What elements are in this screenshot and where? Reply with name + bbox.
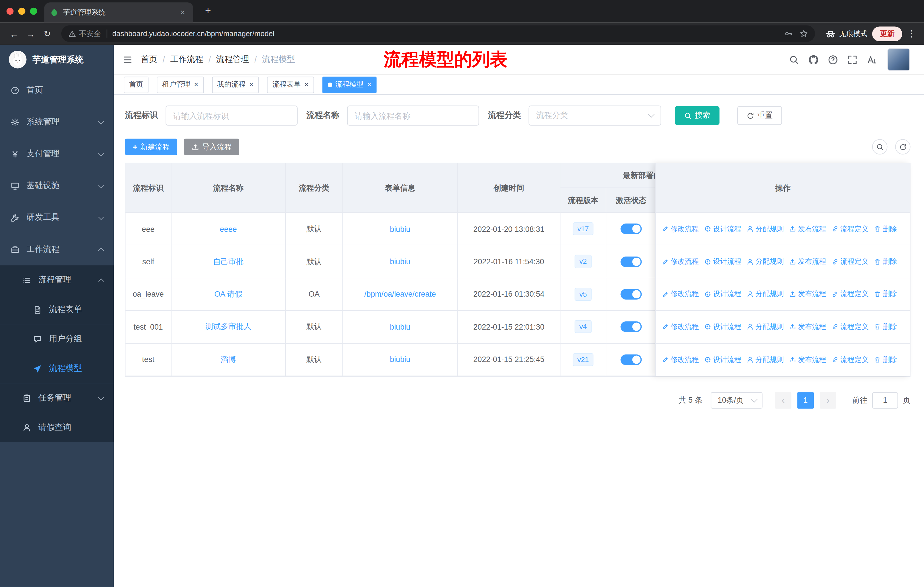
- traffic-light-minimize[interactable]: [18, 8, 25, 15]
- breadcrumb-item[interactable]: 首页: [141, 54, 158, 65]
- close-icon[interactable]: [367, 81, 371, 89]
- new-tab-button[interactable]: [201, 5, 216, 17]
- sidebar-item-leave-query[interactable]: 请假查询: [0, 413, 114, 442]
- process-definition-link[interactable]: 流程定义: [832, 322, 869, 332]
- status-toggle[interactable]: [620, 354, 642, 365]
- header-font-size-button[interactable]: [862, 55, 882, 64]
- sidebar-item-user-group[interactable]: 用户分组: [0, 324, 114, 354]
- status-toggle[interactable]: [620, 256, 642, 267]
- sidebar-item-workflow[interactable]: 工作流程: [0, 233, 114, 265]
- tag-process-form[interactable]: 流程表单: [267, 76, 314, 93]
- modify-process-link[interactable]: 修改流程: [662, 322, 699, 332]
- goto-page-input[interactable]: [872, 392, 898, 409]
- sidebar-item-devtools[interactable]: 研发工具: [0, 202, 114, 233]
- reset-button[interactable]: 重置: [737, 106, 782, 125]
- sidebar-item-process-model[interactable]: 流程模型: [0, 354, 114, 383]
- sidebar-item-process-mgmt[interactable]: 流程管理: [0, 265, 114, 295]
- modify-process-link[interactable]: 修改流程: [662, 289, 699, 299]
- status-toggle[interactable]: [620, 289, 642, 299]
- modify-process-link[interactable]: 修改流程: [662, 355, 699, 365]
- traffic-light-close[interactable]: [7, 8, 14, 15]
- close-icon[interactable]: [194, 81, 198, 89]
- process-id-input[interactable]: [165, 106, 298, 126]
- header-help-button[interactable]: [823, 55, 843, 64]
- browser-update-button[interactable]: 更新: [872, 26, 902, 41]
- process-name-link[interactable]: 自己审批: [213, 257, 244, 266]
- process-name-link[interactable]: 测试多审批人: [205, 322, 251, 331]
- tag-tenant-mgmt[interactable]: 租户管理: [157, 76, 204, 93]
- form-info-link[interactable]: biubiu: [390, 355, 410, 364]
- bookmark-star-icon[interactable]: [800, 30, 808, 38]
- sidebar-item-payment[interactable]: 支付管理: [0, 138, 114, 170]
- import-process-button[interactable]: 导入流程: [184, 139, 239, 155]
- status-toggle[interactable]: [620, 223, 642, 234]
- browser-menu-icon[interactable]: [907, 28, 916, 39]
- form-info-link[interactable]: /bpm/oa/leave/create: [364, 290, 436, 299]
- back-icon[interactable]: ←: [6, 29, 23, 39]
- key-icon[interactable]: [784, 30, 792, 38]
- process-name-link[interactable]: OA 请假: [214, 289, 242, 298]
- breadcrumb-item[interactable]: 流程管理: [216, 54, 249, 65]
- next-page-button[interactable]: [820, 392, 837, 409]
- close-icon[interactable]: [249, 81, 254, 89]
- process-definition-link[interactable]: 流程定义: [832, 355, 869, 365]
- publish-process-link[interactable]: 发布流程: [789, 289, 826, 299]
- design-process-link[interactable]: 设计流程: [704, 256, 742, 266]
- publish-process-link[interactable]: 发布流程: [789, 256, 826, 266]
- process-category-select[interactable]: 流程分类: [528, 106, 661, 126]
- process-definition-link[interactable]: 流程定义: [832, 224, 869, 234]
- forward-icon[interactable]: →: [22, 29, 39, 39]
- form-info-link[interactable]: biubiu: [390, 322, 410, 331]
- assign-rule-link[interactable]: 分配规则: [747, 256, 784, 266]
- modify-process-link[interactable]: 修改流程: [662, 256, 699, 266]
- show-search-button[interactable]: [872, 139, 887, 154]
- delete-link[interactable]: 删除: [874, 224, 897, 234]
- refresh-table-button[interactable]: [895, 139, 910, 154]
- assign-rule-link[interactable]: 分配规则: [747, 224, 784, 234]
- form-info-link[interactable]: biubiu: [390, 225, 410, 233]
- close-icon[interactable]: [178, 8, 187, 17]
- assign-rule-link[interactable]: 分配规则: [747, 355, 784, 365]
- address-bar[interactable]: 不安全 dashboard.yudao.iocoder.cn/bpm/manag…: [61, 25, 815, 42]
- sidebar-item-system[interactable]: 系统管理: [0, 106, 114, 138]
- form-info-link[interactable]: biubiu: [390, 257, 410, 266]
- delete-link[interactable]: 删除: [874, 322, 897, 332]
- header-search-button[interactable]: [784, 55, 804, 64]
- publish-process-link[interactable]: 发布流程: [789, 355, 826, 365]
- search-button[interactable]: 搜索: [675, 106, 719, 125]
- create-process-button[interactable]: 新建流程: [125, 139, 177, 155]
- header-github-button[interactable]: [804, 55, 823, 64]
- breadcrumb-item[interactable]: 工作流程: [170, 54, 203, 65]
- design-process-link[interactable]: 设计流程: [704, 224, 742, 234]
- delete-link[interactable]: 删除: [874, 256, 897, 266]
- reload-icon[interactable]: ↻: [39, 28, 56, 39]
- design-process-link[interactable]: 设计流程: [704, 289, 742, 299]
- status-toggle[interactable]: [620, 322, 642, 332]
- process-definition-link[interactable]: 流程定义: [832, 289, 869, 299]
- sidebar-item-task-mgmt[interactable]: 任务管理: [0, 383, 114, 413]
- page-number-1[interactable]: 1: [797, 392, 814, 409]
- prev-page-button[interactable]: [775, 392, 791, 409]
- avatar[interactable]: [887, 48, 910, 71]
- assign-rule-link[interactable]: 分配规则: [747, 289, 784, 299]
- tag-my-process[interactable]: 我的流程: [212, 76, 259, 93]
- delete-link[interactable]: 删除: [874, 289, 897, 299]
- process-definition-link[interactable]: 流程定义: [832, 256, 869, 266]
- publish-process-link[interactable]: 发布流程: [789, 322, 826, 332]
- modify-process-link[interactable]: 修改流程: [662, 224, 699, 234]
- sidebar-item-home[interactable]: 首页: [0, 74, 114, 106]
- sidebar-item-infra[interactable]: 基础设施: [0, 170, 114, 202]
- traffic-light-zoom[interactable]: [30, 8, 37, 15]
- design-process-link[interactable]: 设计流程: [704, 355, 742, 365]
- process-name-link[interactable]: 滔博: [221, 355, 236, 364]
- page-size-select[interactable]: 10条/页: [711, 392, 762, 409]
- close-icon[interactable]: [304, 81, 309, 89]
- header-fullscreen-button[interactable]: [843, 55, 862, 64]
- publish-process-link[interactable]: 发布流程: [789, 224, 826, 234]
- delete-link[interactable]: 删除: [874, 355, 897, 365]
- browser-tab[interactable]: 芋道管理系统: [44, 2, 193, 22]
- design-process-link[interactable]: 设计流程: [704, 322, 742, 332]
- assign-rule-link[interactable]: 分配规则: [747, 322, 784, 332]
- process-name-input[interactable]: [347, 106, 479, 126]
- process-name-link[interactable]: eeee: [220, 225, 237, 233]
